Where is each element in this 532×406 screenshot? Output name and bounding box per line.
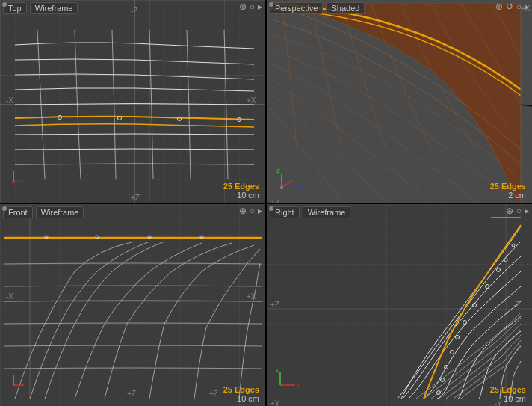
- viewport-front[interactable]: +X +Z -X +Z Front Wireframe ⊕ ○ ▸ 25 Edg…: [0, 204, 265, 407]
- more-icon-top[interactable]: ▸: [258, 1, 262, 12]
- svg-text:+Z: +Z: [270, 199, 279, 203]
- viewport-mode-label-front[interactable]: Wireframe: [36, 206, 84, 218]
- edge-count-top-right: 25 Edges: [490, 182, 526, 191]
- more-icon-perspective[interactable]: ▸: [525, 1, 529, 12]
- vp-bottom-info-bottom-right: 25 Edges 10 cm: [490, 385, 526, 403]
- svg-text:+Z: +Z: [209, 390, 218, 398]
- viewport-grid: -X +X +Z -Z Top Wireframe ⊕ ○ ▸ 25: [0, 0, 532, 406]
- viewport-view-label-front[interactable]: Front: [3, 206, 33, 218]
- refresh-icon-perspective[interactable]: ↺: [506, 1, 513, 12]
- viewport-canvas-right: -Z +Z -Y +Y: [267, 204, 532, 407]
- svg-rect-43: [267, 204, 532, 407]
- svg-text:-X: -X: [6, 96, 13, 105]
- corner-dot-right: [269, 206, 273, 211]
- viewport-mode-label-top[interactable]: Wireframe: [30, 2, 78, 14]
- viewport-view-label-right[interactable]: Right: [270, 206, 300, 218]
- edge-count-bottom-left: 25 Edges: [223, 385, 259, 394]
- zoom-icon-right[interactable]: ○: [516, 206, 522, 216]
- svg-text:+Z: +Z: [127, 390, 136, 398]
- viewport-header-perspective: Perspective Shaded ⊕ ↺ ○ ▸: [267, 0, 532, 16]
- move-icon-right[interactable]: ⊕: [506, 206, 513, 216]
- viewport-icons-right: ⊕ ○ ▸: [506, 206, 529, 216]
- svg-point-14: [12, 180, 15, 183]
- svg-text:Z: Z: [276, 369, 279, 373]
- viewport-mode-label-right[interactable]: Wireframe: [303, 206, 351, 218]
- svg-line-25: [282, 180, 292, 188]
- scale-top-left: 10 cm: [223, 191, 259, 200]
- zoom-icon-perspective[interactable]: ○: [516, 1, 522, 12]
- scale-bottom-left: 10 cm: [223, 394, 259, 403]
- viewport-icons-front: ⊕ ○ ▸: [239, 206, 262, 216]
- vp-bottom-info-bottom-left: 25 Edges 10 cm: [223, 385, 259, 403]
- svg-text:-Z: -Z: [513, 301, 520, 309]
- corner-dot-perspective: [269, 2, 273, 7]
- axis-indicator-perspective: X Z: [274, 165, 297, 188]
- viewport-header-front: Front Wireframe ⊕ ○ ▸: [0, 204, 265, 221]
- svg-text:+Z: +Z: [270, 301, 279, 309]
- zoom-icon-front[interactable]: ○: [250, 206, 255, 216]
- viewport-icons-perspective: ⊕ ↺ ○ ▸: [495, 1, 529, 12]
- svg-text:+X: +X: [247, 96, 256, 105]
- svg-text:Z: Z: [276, 167, 280, 174]
- viewport-perspective[interactable]: +X +Z Perspective Shaded ⊕ ↺ ○ ▸ X Z: [267, 0, 532, 203]
- viewport-canvas-top: -X +X +Z -Z: [0, 0, 265, 203]
- axis-indicator-top: [7, 165, 30, 188]
- svg-text:+Y: +Y: [270, 399, 280, 407]
- axis-indicator-right: Y Z: [274, 369, 297, 391]
- svg-text:Y: Y: [296, 382, 300, 389]
- scale-bottom-right: 10 cm: [490, 394, 526, 403]
- viewport-header-right: Right Wireframe ⊕ ○ ▸: [267, 204, 532, 221]
- move-icon-front[interactable]: ⊕: [239, 206, 247, 216]
- vp-bottom-info-top-left: 25 Edges 10 cm: [223, 182, 259, 200]
- more-icon-front[interactable]: ▸: [258, 206, 262, 216]
- viewport-mode-label-perspective[interactable]: Shaded: [326, 2, 365, 14]
- svg-rect-1: [0, 0, 265, 203]
- viewport-view-label-perspective[interactable]: Perspective: [270, 2, 323, 14]
- edge-count-top-left: 25 Edges: [223, 182, 259, 191]
- svg-text:+Z: +Z: [131, 194, 140, 202]
- scale-top-right: 2 cm: [490, 191, 526, 200]
- move-icon-perspective[interactable]: ⊕: [495, 1, 503, 12]
- svg-rect-28: [0, 204, 265, 407]
- move-icon-top[interactable]: ⊕: [239, 1, 247, 12]
- svg-text:+X: +X: [247, 292, 256, 301]
- viewport-icons-top: ⊕ ○ ▸: [239, 1, 262, 12]
- axis-indicator-front: [7, 369, 30, 391]
- svg-text:-X: -X: [6, 292, 13, 301]
- viewport-header-top: Top Wireframe ⊕ ○ ▸: [0, 0, 265, 16]
- viewport-canvas-perspective: +X +Z: [267, 0, 532, 203]
- vp-bottom-info-top-right: 25 Edges 2 cm: [490, 182, 526, 200]
- viewport-canvas-front: +X +Z -X +Z: [0, 204, 265, 407]
- viewport-right[interactable]: -Z +Z -Y +Y Right Wireframe ⊕ ○ ▸ Y Z: [267, 204, 532, 407]
- svg-point-26: [280, 186, 283, 189]
- corner-dot-front: [2, 206, 7, 211]
- viewport-top[interactable]: -X +X +Z -Z Top Wireframe ⊕ ○ ▸ 25: [0, 0, 265, 203]
- edge-count-bottom-right: 25 Edges: [490, 385, 526, 394]
- corner-dot: [2, 2, 7, 7]
- zoom-icon-top[interactable]: ○: [250, 1, 255, 12]
- svg-text:X: X: [297, 185, 302, 191]
- more-icon-right[interactable]: ▸: [525, 206, 529, 216]
